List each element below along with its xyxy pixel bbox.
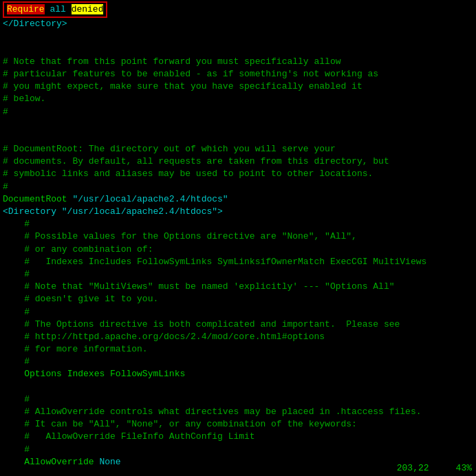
comment-line: # Possible values for the Options direct… — [3, 230, 473, 243]
comment-line: # doesn't give it to you. — [3, 293, 473, 305]
editor-area: Require all denied </Directory> # Note t… — [0, 0, 476, 476]
comment-line: # Note that "MultiViews" must be named '… — [3, 281, 473, 293]
comment-line: # AllowOverride controls what directives… — [3, 406, 473, 418]
comment-line: # — [3, 268, 473, 281]
status-bar: 203,22 43% — [393, 461, 476, 476]
all-keyword: all — [50, 4, 65, 14]
comment-line: # — [3, 218, 473, 230]
denied-keyword: denied — [72, 4, 104, 14]
comment-line: # — [3, 444, 473, 456]
comment-line: # AllowOverride FileInfo AuthConfig Limi… — [3, 431, 473, 443]
comment-line: # — [3, 181, 473, 193]
comment-line: # symbolic links and aliases may be used… — [3, 168, 473, 180]
comment-line: # particular features to be enabled - as… — [3, 68, 473, 80]
comment-line: # DocumentRoot: The directory out of whi… — [3, 143, 473, 155]
line-require-denied: Require all denied — [3, 1, 473, 18]
comment-line: # The Options directive is both complica… — [3, 318, 473, 331]
empty-line — [3, 131, 473, 143]
comment-line: # — [3, 106, 473, 118]
comment-line: # or any combination of: — [3, 244, 473, 256]
require-keyword: Require — [7, 4, 45, 14]
docroot-line: DocumentRoot "/usr/local/apache2.4/htdoc… — [3, 193, 473, 206]
empty-line — [3, 30, 473, 43]
comment-line: # It can be "All", "None", or any combin… — [3, 418, 473, 431]
comment-line: # — [3, 393, 473, 406]
comment-line: # http://httpd.apache.org/docs/2.4/mod/c… — [3, 331, 473, 343]
comment-line: # Indexes Includes FollowSymLinks SymLin… — [3, 256, 473, 268]
require-denied-box: Require all denied — [3, 1, 107, 18]
empty-line — [3, 43, 473, 56]
cursor-position: 203,22 — [397, 463, 429, 473]
empty-line — [3, 118, 473, 131]
none-keyword: None — [99, 457, 120, 467]
close-directory-tag: </Directory> — [3, 18, 473, 30]
comment-line: # — [3, 306, 473, 318]
comment-line: # documents. By default, all requests ar… — [3, 155, 473, 168]
empty-line — [3, 381, 473, 393]
comment-line: # for more information. — [3, 343, 473, 356]
options-directive-line: Options Indexes FollowSymLinks — [3, 368, 473, 380]
open-directory-tag: <Directory "/usr/local/apache2.4/htdocs"… — [3, 206, 473, 218]
comment-line: # Note that from this point forward you … — [3, 56, 473, 68]
options-values: Indexes FollowSymLinks — [67, 369, 186, 379]
options-keyword: Options — [24, 369, 62, 379]
allowoverride-keyword: AllowOverride — [24, 457, 94, 467]
zoom-level: 43% — [456, 463, 472, 473]
docroot-keyword: DocumentRoot — [3, 194, 67, 204]
docroot-path: "/usr/local/apache2.4/htdocs" — [72, 194, 228, 204]
comment-line: # below. — [3, 93, 473, 105]
comment-line: # you might expect, make sure that you h… — [3, 80, 473, 93]
comment-line: # — [3, 356, 473, 368]
